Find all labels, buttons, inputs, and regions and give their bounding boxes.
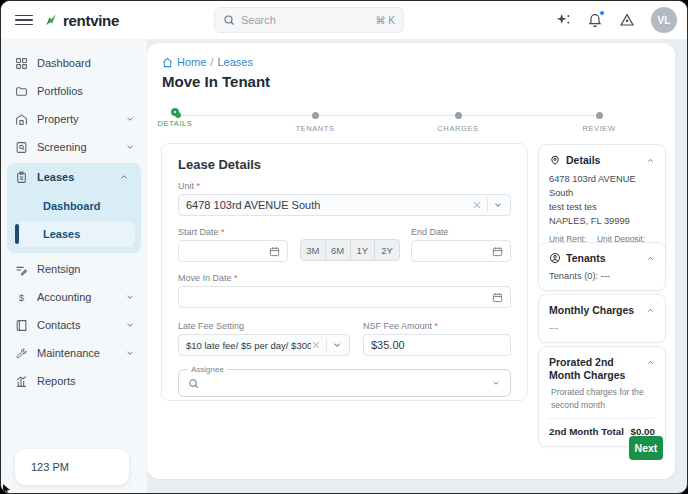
nsf-fee-label: NSF Fee Amount * bbox=[363, 321, 511, 331]
prorated-title: Prorated 2nd Month Charges bbox=[549, 356, 635, 382]
late-fee-label: Late Fee Setting bbox=[178, 321, 350, 331]
sidebar-subitem-leases-leases[interactable]: Leases bbox=[15, 221, 135, 247]
calendar-icon[interactable] bbox=[269, 246, 280, 257]
next-button[interactable]: Next bbox=[629, 436, 663, 460]
monthly-charges-title: Monthly Charges bbox=[549, 304, 634, 317]
sidebar-item-maintenance[interactable]: Maintenance bbox=[1, 339, 147, 367]
step-charges[interactable]: CHARGES bbox=[423, 107, 493, 133]
chevron-down-icon[interactable] bbox=[493, 200, 503, 210]
term-3m-button[interactable]: 3M bbox=[301, 240, 326, 260]
term-1y-button[interactable]: 1Y bbox=[351, 240, 376, 260]
chevron-down-icon bbox=[125, 292, 135, 302]
book-icon bbox=[15, 319, 28, 332]
calendar-icon[interactable] bbox=[492, 246, 503, 257]
chevron-up-icon[interactable] bbox=[646, 156, 655, 165]
svg-text:$: $ bbox=[19, 291, 25, 302]
move-in-date-input[interactable] bbox=[178, 286, 511, 308]
menu-icon[interactable] bbox=[15, 11, 33, 29]
term-2y-button[interactable]: 2Y bbox=[375, 240, 399, 260]
chevron-down-icon bbox=[125, 142, 135, 152]
chevron-up-icon[interactable] bbox=[646, 306, 655, 315]
chevron-down-icon bbox=[125, 114, 135, 124]
breadcrumb: Home / Leases bbox=[162, 56, 253, 68]
notification-badge bbox=[599, 10, 605, 16]
sidebar-item-contacts[interactable]: Contacts bbox=[1, 311, 147, 339]
sidebar: Dashboard Portfolios Property Screening … bbox=[1, 39, 147, 493]
tenants-title: Tenants bbox=[566, 252, 605, 265]
page-title: Move In Tenant bbox=[162, 73, 270, 90]
topbar: rentvine ⌘ K VL bbox=[1, 1, 687, 39]
search-input[interactable] bbox=[241, 14, 361, 26]
total-label: 2nd Month Total bbox=[549, 426, 624, 437]
grid-icon bbox=[15, 57, 28, 70]
wrench-icon bbox=[15, 347, 28, 360]
nsf-fee-input[interactable] bbox=[363, 334, 511, 356]
search-icon bbox=[223, 14, 235, 26]
step-dot bbox=[455, 112, 462, 119]
chevron-up-icon[interactable] bbox=[646, 254, 655, 263]
late-fee-select[interactable]: $10 late fee/ $5 per day/ $300 max bbox=[178, 334, 350, 356]
term-6m-button[interactable]: 6M bbox=[326, 240, 351, 260]
logo[interactable]: rentvine bbox=[43, 12, 119, 29]
details-title: Details bbox=[566, 154, 600, 167]
step-tenants[interactable]: TENANTS bbox=[280, 107, 350, 133]
chevron-down-icon[interactable] bbox=[332, 340, 342, 350]
sidebar-item-portfolios[interactable]: Portfolios bbox=[1, 77, 147, 105]
main-panel: Home / Leases Move In Tenant DETAILS TEN… bbox=[147, 43, 675, 479]
chevron-up-icon[interactable] bbox=[646, 358, 655, 367]
location-pin-icon bbox=[549, 154, 561, 166]
sidebar-group-leases: Leases Dashboard Leases bbox=[7, 163, 141, 253]
clear-icon[interactable] bbox=[311, 340, 321, 350]
sidebar-item-accounting[interactable]: $ Accounting bbox=[1, 283, 147, 311]
sidebar-item-screening[interactable]: Screening bbox=[1, 133, 147, 161]
chart-icon bbox=[15, 375, 28, 388]
dollar-icon: $ bbox=[15, 291, 28, 304]
chevron-up-icon bbox=[119, 172, 129, 182]
prorated-description: Prorated charges for the second month bbox=[549, 386, 655, 411]
card-title: Lease Details bbox=[178, 157, 511, 172]
tenants-content: Tenants (0): --- bbox=[549, 271, 655, 281]
end-date-label: End Date bbox=[411, 227, 511, 237]
alert-triangle-icon[interactable] bbox=[619, 12, 635, 28]
notifications-bell-icon[interactable] bbox=[587, 12, 603, 28]
breadcrumb-current[interactable]: Leases bbox=[217, 56, 252, 68]
assignee-field[interactable]: Assignee bbox=[178, 369, 511, 397]
step-dot bbox=[312, 112, 319, 119]
start-date-input[interactable] bbox=[178, 240, 288, 262]
sidebar-item-property[interactable]: Property bbox=[1, 105, 147, 133]
signature-icon bbox=[15, 263, 28, 276]
lease-details-card: Lease Details Unit * 6478 103rd AVENUE S… bbox=[161, 143, 528, 401]
stepper-line bbox=[181, 115, 595, 116]
sidebar-item-rentsign[interactable]: Rentsign bbox=[1, 255, 147, 283]
divider bbox=[549, 418, 655, 419]
stepper: DETAILS TENANTS CHARGES REVIEW bbox=[147, 107, 675, 141]
sidebar-item-dashboard[interactable]: Dashboard bbox=[1, 49, 147, 77]
sidebar-item-leases[interactable]: Leases bbox=[7, 163, 141, 191]
sparkle-icon[interactable] bbox=[555, 12, 571, 28]
chevron-down-icon[interactable] bbox=[491, 378, 501, 388]
breadcrumb-home[interactable]: Home bbox=[177, 56, 206, 68]
divider bbox=[487, 198, 488, 212]
rentvine-leaf-icon bbox=[43, 12, 59, 28]
divider bbox=[326, 338, 327, 352]
mouse-cursor bbox=[1, 483, 13, 494]
chevron-down-icon bbox=[125, 320, 135, 330]
search-shortcut: ⌘ K bbox=[376, 15, 395, 26]
clipboard-icon bbox=[15, 171, 28, 184]
search-bar[interactable]: ⌘ K bbox=[214, 7, 404, 33]
end-date-input[interactable] bbox=[411, 240, 511, 262]
clear-icon[interactable] bbox=[472, 200, 482, 210]
breadcrumb-separator: / bbox=[210, 56, 213, 68]
start-date-label: Start Date * bbox=[178, 227, 288, 237]
sidebar-item-reports[interactable]: Reports bbox=[1, 367, 147, 395]
avatar[interactable]: VL bbox=[651, 7, 677, 33]
unit-select[interactable]: 6478 103rd AVENUE South bbox=[178, 194, 511, 216]
search-icon bbox=[188, 378, 199, 389]
doc-search-icon bbox=[15, 141, 28, 154]
building-icon bbox=[15, 113, 28, 126]
step-review[interactable]: REVIEW bbox=[564, 107, 634, 133]
step-details[interactable]: DETAILS bbox=[140, 107, 210, 128]
calendar-icon[interactable] bbox=[492, 292, 503, 303]
chevron-down-icon bbox=[125, 348, 135, 358]
sidebar-subitem-leases-dashboard[interactable]: Dashboard bbox=[15, 193, 135, 219]
